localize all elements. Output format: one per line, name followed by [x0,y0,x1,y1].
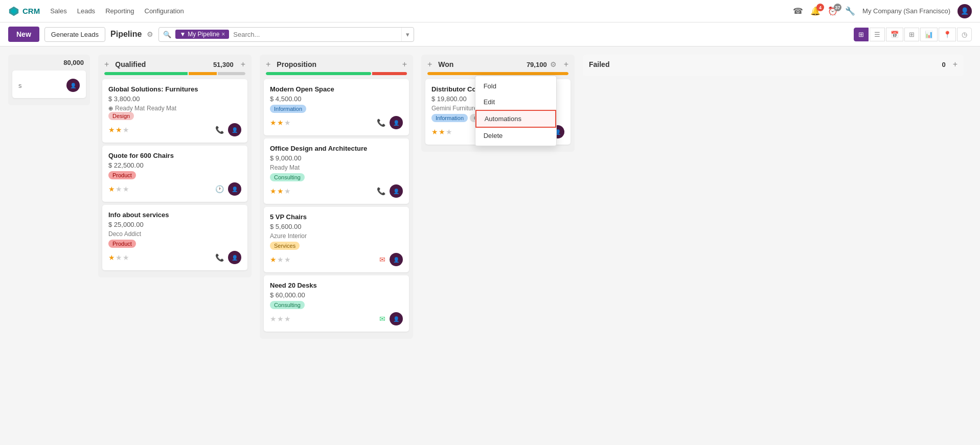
pipeline-label: Pipeline [110,30,142,39]
top-nav: CRM Sales Leads Reporting Configuration … [0,0,980,22]
view-pivot-button[interactable]: ⊞ [904,28,919,41]
qualified-header: + Qualified 51,300 + [98,55,252,72]
card-icons-desks: ✉ 👤 [379,312,403,325]
tag-product-services[interactable]: Product [108,240,136,248]
tag-consulting-office[interactable]: Consulting [270,173,305,181]
card-title-global: Global Solutions: Furnitures [108,85,241,93]
card-quote-chairs[interactable]: Quote for 600 Chairs $ 22,500.00 Product… [102,146,247,202]
pb-prop-green [266,72,371,75]
bell-icon[interactable]: 🔔 4 [810,6,821,16]
card-vp-chairs[interactable]: 5 VP Chairs $ 5,600.00 Azure Interior Se… [264,207,409,272]
dropdown-delete[interactable]: Delete [475,128,556,144]
nav-leads[interactable]: Leads [77,5,95,17]
card-amount-services: $ 25,000.00 [108,221,241,228]
search-dropdown-arrow[interactable]: ▾ [401,28,414,41]
nav-configuration[interactable]: Configuration [145,5,184,17]
failed-add-right[interactable]: + [953,60,958,69]
card-title-office: Office Design and Architecture [270,145,403,152]
tag-services-vp[interactable]: Services [270,242,300,250]
partial-header: 80,000 [8,55,90,67]
chat-icon[interactable]: ☎ [793,6,803,16]
view-icons: ⊞ ☰ 📅 ⊞ 📊 📍 ◷ [854,28,972,41]
card-global-solutions[interactable]: Global Solutions: Furnitures $ 3,800.00 … [102,79,247,143]
pb-gray [218,72,245,75]
clock-icon[interactable]: ⏰ 37 [828,6,838,16]
settings-icon[interactable]: 🔧 [845,6,855,16]
filter-tag-label: My Pipeline [188,31,219,38]
kanban-board: 80,000 s 👤 + Qualified 51,300 + Global S… [0,46,980,440]
card-office-design[interactable]: Office Design and Architecture $ 9,000.0… [264,138,409,204]
dropdown-fold[interactable]: Fold [475,78,556,94]
card-tags-chairs: Product [108,171,241,179]
card-need-desks[interactable]: Need 20 Desks $ 60,000.00 Consulting ★ ★… [264,275,409,332]
dropdown-edit[interactable]: Edit [475,94,556,110]
won-add-right[interactable]: + [564,60,568,69]
won-amount: 79,100 [527,61,547,68]
failed-header: Failed 0 + [583,55,964,72]
partial-card[interactable]: s 👤 [12,71,86,98]
card-modern-open-space[interactable]: Modern Open Space $ 4,500.00 Information… [264,79,409,135]
won-progress [427,72,568,75]
proposition-add-top[interactable]: + [266,60,270,69]
card-title-chairs: Quote for 600 Chairs [108,152,241,159]
pipeline-settings-icon[interactable]: ⚙ [147,30,153,38]
card-amount-vp: $ 5,600.00 [270,223,403,230]
filter-tag-mypipeline[interactable]: ▼ My Pipeline × [175,30,229,39]
view-map-button[interactable]: 📍 [939,28,956,41]
card-amount-office: $ 9,000.00 [270,154,403,162]
phone-icon-mos: 📞 [377,119,385,127]
won-add-top[interactable]: + [427,60,432,69]
company-name: My Company (San Francisco) [862,7,950,15]
card-tags-vp: Services [270,242,403,250]
card-footer-office: ★ ★ ★ 📞 👤 [270,184,403,198]
tag-product-chairs[interactable]: Product [108,171,136,179]
qualified-add-top[interactable]: + [104,60,109,69]
nav-logo[interactable]: CRM [8,6,40,17]
qualified-progress [104,72,245,75]
view-kanban-button[interactable]: ⊞ [854,28,869,41]
dropdown-automations[interactable]: Automations [475,110,556,128]
view-graph-button[interactable]: 📊 [920,28,938,41]
card-icons-services: 📞 👤 [215,251,241,264]
bell-badge: 4 [816,4,824,11]
proposition-progress [266,72,407,75]
search-input[interactable] [229,28,401,41]
card-company-vp: Azure Interior [270,232,403,240]
stars-global: ★ ★ ★ [108,126,129,134]
tag-design[interactable]: Design [108,112,134,120]
new-button[interactable]: New [8,27,39,42]
partial-amount: 80,000 [63,59,84,66]
view-list-button[interactable]: ☰ [870,28,885,41]
email-green-icon-desks: ✉ [379,315,385,323]
clock-icon-chairs: 🕐 [215,185,224,193]
failed-amount: 0 [942,61,945,68]
company-icon: ⊕ [108,105,113,112]
card-amount-chairs: $ 22,500.00 [108,161,241,169]
nav-links: Sales Leads Reporting Configuration [50,5,184,17]
tag-info-mos[interactable]: Information [270,105,306,113]
tag-consulting-desks[interactable]: Consulting [270,301,305,309]
proposition-add-right[interactable]: + [402,60,407,69]
partial-card-label: s [18,82,22,89]
nav-sales[interactable]: Sales [50,5,67,17]
filter-tag-close[interactable]: × [221,31,225,38]
won-settings[interactable]: ⚙ Fold Edit Automations Delete [550,60,557,68]
failed-title: Failed [589,60,939,68]
card-info-services[interactable]: Info about services $ 25,000.00 Deco Add… [102,205,247,270]
card-avatar-mos: 👤 [390,116,403,129]
card-icons-mos: 📞 👤 [377,116,403,129]
card-title-mos: Modern Open Space [270,85,403,93]
card-footer-desks: ★ ★ ★ ✉ 👤 [270,312,403,325]
qualified-add-right[interactable]: + [241,60,245,69]
card-amount-desks: $ 60,000.00 [270,291,403,299]
view-activity-button[interactable]: ◷ [957,28,972,41]
tag-info-distributor[interactable]: Information [431,114,468,122]
user-avatar[interactable]: 👤 [958,4,972,18]
stars-desks: ★ ★ ★ [270,315,291,323]
generate-leads-button[interactable]: Generate Leads [44,27,105,42]
pb-green [104,72,188,75]
view-calendar-button[interactable]: 📅 [886,28,903,41]
card-avatar-global: 👤 [228,123,241,136]
company-name2-global: Ready Mat [147,105,176,112]
nav-reporting[interactable]: Reporting [105,5,134,17]
